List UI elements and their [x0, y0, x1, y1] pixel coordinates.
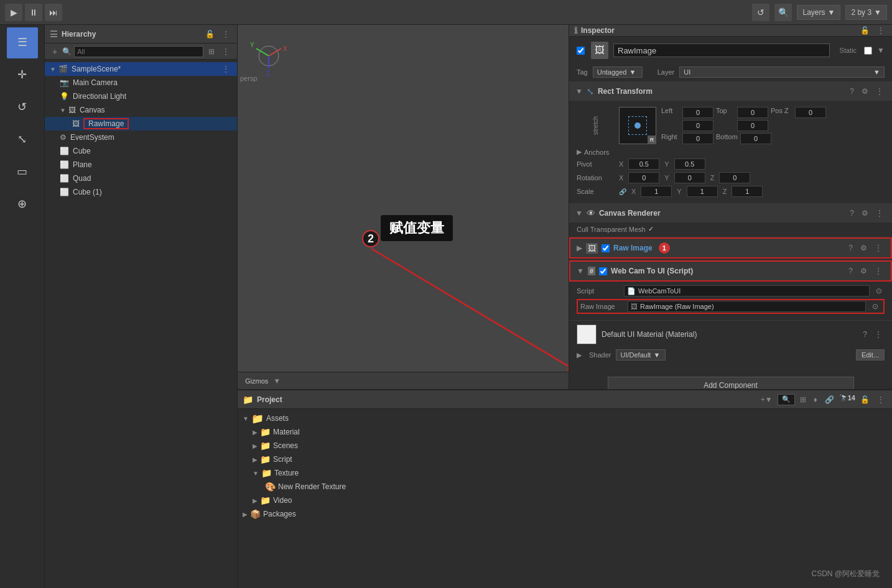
canvas-renderer-settings-btn[interactable]: ⚙: [859, 208, 871, 219]
hierarchy-item-quad[interactable]: ⬜ Quad: [45, 172, 237, 185]
hierarchy-item-dirlight[interactable]: 💡 Directional Light: [45, 90, 237, 103]
script-target-btn[interactable]: ⊙: [873, 285, 885, 296]
canvas-renderer-header[interactable]: ▼ 👁 Canvas Renderer ? ⚙ ⋮: [569, 204, 892, 223]
history-button[interactable]: ↺: [752, 4, 769, 21]
webcam-menu-btn[interactable]: ⋮: [872, 265, 885, 277]
rect-tool[interactable]: ▭: [7, 157, 38, 188]
webcam-help-btn[interactable]: ?: [846, 265, 855, 277]
scale-tool[interactable]: ⤡: [7, 124, 38, 155]
project-item-script[interactable]: ▶ 📁 Script: [238, 452, 892, 466]
hierarchy-menu-btn[interactable]: ⋮: [220, 29, 232, 40]
rect-menu-btn[interactable]: ⋮: [873, 86, 886, 97]
static-dropdown-arrow[interactable]: ▼: [877, 46, 885, 55]
project-btn2[interactable]: ⊞: [797, 394, 809, 405]
rect-transform-body: stretch R Left: [569, 101, 892, 202]
raw-image-active[interactable]: [602, 244, 610, 252]
webcam-script-header[interactable]: ▼ # Web Cam To UI (Script) ? ⚙ ⋮: [569, 260, 892, 282]
rect-preview-box[interactable]: R: [619, 107, 656, 144]
layers-dropdown[interactable]: Layers ▼: [797, 5, 840, 20]
posz-input[interactable]: [795, 107, 826, 118]
hierarchy-item-samplescene[interactable]: ▼ 🎬 SampleScene* ⋮: [45, 62, 237, 76]
rect-settings-btn[interactable]: ⚙: [859, 86, 871, 97]
rawimage-assign-value[interactable]: 🖼 RawImage (Raw Image): [628, 301, 866, 312]
rect-r-btn[interactable]: R: [648, 136, 656, 144]
inspector-menu-btn[interactable]: ⋮: [875, 25, 887, 36]
hierarchy-item-eventsystem[interactable]: ⚙ EventSystem: [45, 131, 237, 144]
left-val-input[interactable]: [682, 120, 713, 131]
rot-z-input[interactable]: [719, 172, 750, 183]
add-object-btn[interactable]: +: [50, 45, 60, 58]
hierarchy-item-rawimage[interactable]: 🖼 RawImage: [45, 117, 237, 131]
webcam-settings-btn[interactable]: ⚙: [858, 265, 870, 277]
inspector-lock-btn[interactable]: 🔓: [858, 25, 872, 36]
tag-dropdown[interactable]: Untagged ▼: [593, 67, 643, 78]
hierarchy-item-cube1[interactable]: ⬜ Cube (1): [45, 185, 237, 199]
raw-image-settings-btn[interactable]: ⚙: [858, 242, 870, 254]
play-button[interactable]: ▶: [5, 4, 22, 21]
layout-dropdown[interactable]: 2 by 3 ▼: [845, 5, 887, 20]
hand-tool[interactable]: ☰: [7, 27, 38, 58]
hierarchy-item-cube[interactable]: ⬜ Cube: [45, 144, 237, 158]
scale-x-input[interactable]: [641, 186, 672, 197]
rot-y-input[interactable]: [674, 172, 705, 183]
search-button[interactable]: 🔍: [774, 4, 792, 21]
project-item-scenes[interactable]: ▶ 📁 Scenes: [238, 439, 892, 452]
add-component-btn[interactable]: Add Component: [608, 377, 854, 389]
hierarchy-item-plane[interactable]: ⬜ Plane: [45, 158, 237, 172]
object-name-field[interactable]: [613, 44, 830, 57]
left-input[interactable]: [682, 107, 713, 118]
project-btn4[interactable]: 🔗: [822, 394, 837, 405]
pause-button[interactable]: ⏸: [25, 4, 42, 21]
project-item-video[interactable]: ▶ 📁 Video: [238, 494, 892, 507]
rect-transform-header[interactable]: ▼ ⤡ Rect Transform ? ⚙ ⋮: [569, 82, 892, 101]
rawimage-target-btn[interactable]: ⊙: [870, 301, 881, 312]
project-item-assets[interactable]: ▼ 📁 Assets: [238, 411, 892, 425]
raw-image-help-btn[interactable]: ?: [846, 242, 855, 254]
rotate-tool[interactable]: ↺: [7, 92, 38, 123]
scene-viewport[interactable]: X Y Z persp 2 赋值变量: [238, 25, 569, 372]
webcam-active[interactable]: [599, 267, 607, 275]
project-add-btn[interactable]: +▼: [758, 394, 775, 405]
move-tool[interactable]: ✛: [7, 60, 38, 91]
scale-y-input[interactable]: [687, 186, 718, 197]
bottom-input[interactable]: [740, 133, 771, 144]
canvas-renderer-help-btn[interactable]: ?: [847, 208, 857, 219]
hierarchy-menu2-btn[interactable]: ⋮: [220, 46, 232, 57]
project-menu-btn[interactable]: ⋮: [875, 394, 887, 405]
step-button[interactable]: ⏭: [45, 4, 62, 21]
static-checkbox[interactable]: [864, 47, 872, 55]
layer-dropdown[interactable]: UI ▼: [679, 67, 885, 78]
top-val-input[interactable]: [737, 120, 768, 131]
transform-tool[interactable]: ⊕: [7, 189, 38, 220]
project-item-rendertexture[interactable]: 🎨 New Render Texture: [238, 480, 892, 494]
top-input[interactable]: [737, 107, 768, 118]
raw-image-header[interactable]: ▶ 🖼 Raw Image 1 ? ⚙ ⋮: [569, 237, 892, 259]
project-btn3[interactable]: ♦: [811, 394, 820, 405]
edit-shader-btn[interactable]: Edit...: [856, 349, 885, 361]
right-input[interactable]: [682, 133, 713, 144]
material-help-btn[interactable]: ?: [860, 329, 870, 340]
project-search-box[interactable]: 🔍: [778, 394, 795, 405]
project-item-material[interactable]: ▶ 📁 Material: [238, 425, 892, 439]
object-active-checkbox[interactable]: [577, 47, 585, 55]
canvas-renderer-menu-btn[interactable]: ⋮: [873, 208, 886, 219]
project-lock-btn[interactable]: 🔓: [858, 394, 872, 405]
hierarchy-lock-btn[interactable]: 🔓: [203, 29, 217, 40]
material-menu-btn[interactable]: ⋮: [872, 329, 885, 340]
rect-help-btn[interactable]: ?: [847, 86, 857, 97]
samplescene-menu[interactable]: ⋮: [220, 63, 232, 75]
hierarchy-item-canvas[interactable]: ▼ 🖼 Canvas: [45, 103, 237, 117]
raw-image-menu-btn[interactable]: ⋮: [872, 242, 885, 254]
project-item-packages[interactable]: ▶ 📦 Packages: [238, 507, 892, 521]
pivot-x-input[interactable]: [628, 158, 659, 170]
pivot-y-input[interactable]: [674, 158, 705, 170]
gizmos-btn[interactable]: Gizmos: [243, 376, 271, 386]
script-value-field[interactable]: 📄 WebCamToUI: [624, 285, 870, 296]
hierarchy-item-maincamera[interactable]: 📷 Main Camera: [45, 76, 237, 90]
rot-x-input[interactable]: [628, 172, 659, 183]
project-item-texture[interactable]: ▼ 📁 Texture: [238, 466, 892, 480]
scale-z-input[interactable]: [732, 186, 763, 197]
hierarchy-search-expand[interactable]: ⊞: [206, 46, 217, 57]
hierarchy-search-input[interactable]: [74, 46, 203, 57]
shader-dropdown[interactable]: UI/Default ▼: [616, 349, 666, 361]
